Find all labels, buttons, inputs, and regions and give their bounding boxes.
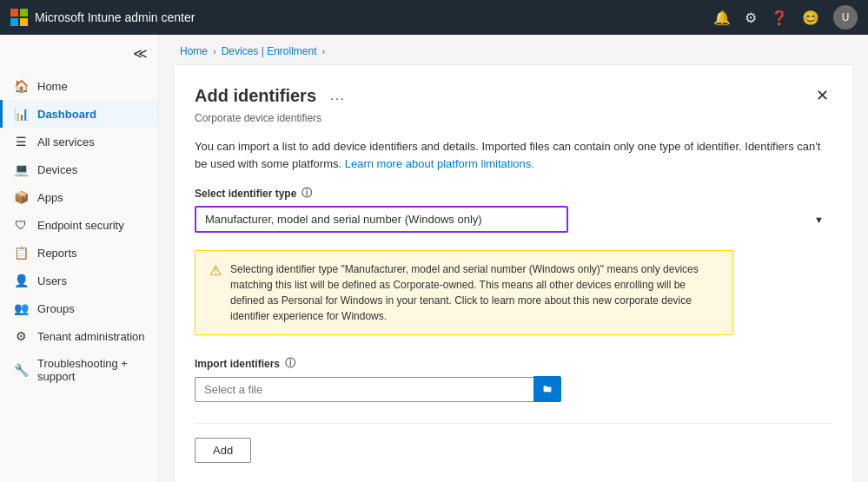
panel-subtitle: Corporate device identifiers bbox=[195, 112, 832, 124]
sidebar-label-tenant-admin: Tenant administration bbox=[37, 330, 145, 343]
apps-icon: 📦 bbox=[13, 190, 29, 204]
sidebar-item-troubleshooting[interactable]: 🔧 Troubleshooting + support bbox=[0, 350, 158, 390]
file-input[interactable] bbox=[195, 377, 533, 402]
sidebar-label-devices: Devices bbox=[37, 163, 77, 176]
sidebar-label-endpoint-security: Endpoint security bbox=[37, 219, 124, 232]
import-identifiers-info-icon[interactable]: ⓘ bbox=[285, 356, 295, 371]
panel-description: You can import a list to add device iden… bbox=[195, 138, 832, 172]
warning-box: ⚠ Selecting identifier type "Manufacture… bbox=[195, 250, 733, 335]
topbar-logo: Microsoft Intune admin center bbox=[10, 9, 706, 26]
svg-rect-1 bbox=[20, 9, 28, 17]
sidebar-item-endpoint-security[interactable]: 🛡 Endpoint security bbox=[0, 211, 158, 239]
all-services-icon: ☰ bbox=[13, 135, 29, 149]
main-layout: ≪ 🏠 Home 📊 Dashboard ☰ All services 💻 De… bbox=[0, 35, 868, 482]
endpoint-security-icon: 🛡 bbox=[13, 218, 29, 232]
panel-header: Add identifiers ... ✕ bbox=[195, 83, 832, 109]
devices-icon: 💻 bbox=[13, 162, 29, 176]
sidebar-item-apps[interactable]: 📦 Apps bbox=[0, 183, 158, 211]
select-chevron-icon: ▼ bbox=[814, 215, 824, 225]
sidebar-label-reports: Reports bbox=[37, 247, 77, 260]
troubleshooting-icon: 🔧 bbox=[13, 363, 29, 377]
panel-more-options-button[interactable]: ... bbox=[323, 89, 353, 102]
learn-more-link[interactable]: Learn more about platform limitations. bbox=[345, 157, 534, 170]
home-icon: 🏠 bbox=[13, 79, 29, 93]
breadcrumb-separator-2: › bbox=[322, 46, 326, 56]
sidebar-label-home: Home bbox=[37, 80, 68, 93]
groups-icon: 👥 bbox=[13, 301, 29, 315]
add-identifiers-panel: Add identifiers ... ✕ Corporate device i… bbox=[173, 64, 854, 482]
select-identifier-label: Select identifier type ⓘ bbox=[195, 186, 832, 201]
panel-close-button[interactable]: ✕ bbox=[812, 83, 832, 109]
warning-text: Selecting identifier type "Manufacturer,… bbox=[230, 261, 719, 324]
file-input-wrapper bbox=[195, 376, 832, 402]
topbar-actions: 🔔 ⚙ ❓ 😊 U bbox=[713, 5, 858, 30]
help-icon[interactable]: ❓ bbox=[771, 10, 788, 26]
sidebar-label-users: Users bbox=[37, 274, 67, 287]
sidebar-label-dashboard: Dashboard bbox=[37, 108, 96, 121]
import-identifiers-label: Import identifiers ⓘ bbox=[195, 356, 832, 371]
panel-title: Add identifiers bbox=[195, 86, 316, 106]
sidebar-label-troubleshooting: Troubleshooting + support bbox=[37, 357, 148, 383]
sidebar-item-groups[interactable]: 👥 Groups bbox=[0, 294, 158, 322]
sidebar-item-users[interactable]: 👤 Users bbox=[0, 267, 158, 294]
users-icon: 👤 bbox=[13, 274, 29, 287]
content-area: Home › Devices | Enrollment › Add identi… bbox=[159, 35, 868, 482]
identifier-type-select[interactable]: Manufacturer, model and serial number (W… bbox=[195, 206, 568, 233]
sidebar-collapse-button[interactable]: ≪ bbox=[129, 42, 151, 65]
file-browse-button[interactable] bbox=[533, 376, 561, 402]
select-identifier-info-icon[interactable]: ⓘ bbox=[301, 186, 312, 201]
sidebar-label-apps: Apps bbox=[37, 191, 63, 204]
panel-divider bbox=[195, 423, 832, 424]
feedback-icon[interactable]: 😊 bbox=[802, 10, 819, 26]
app-title: Microsoft Intune admin center bbox=[35, 10, 195, 24]
sidebar-item-tenant-administration[interactable]: ⚙ Tenant administration bbox=[0, 322, 158, 350]
sidebar-item-home[interactable]: 🏠 Home bbox=[0, 72, 158, 100]
dashboard-icon: 📊 bbox=[13, 107, 29, 121]
sidebar-collapse: ≪ bbox=[0, 35, 158, 72]
sidebar-item-reports[interactable]: 📋 Reports bbox=[0, 239, 158, 267]
breadcrumb: Home › Devices | Enrollment › bbox=[159, 35, 868, 64]
sidebar-item-devices[interactable]: 💻 Devices bbox=[0, 155, 158, 183]
svg-rect-0 bbox=[10, 9, 18, 17]
breadcrumb-devices-enrollment[interactable]: Devices | Enrollment bbox=[222, 45, 317, 57]
sidebar-item-dashboard[interactable]: 📊 Dashboard bbox=[0, 100, 158, 128]
settings-icon[interactable]: ⚙ bbox=[745, 10, 757, 26]
breadcrumb-home[interactable]: Home bbox=[180, 45, 208, 57]
breadcrumb-separator-1: › bbox=[213, 46, 216, 56]
sidebar-label-groups: Groups bbox=[37, 302, 75, 315]
folder-icon bbox=[543, 382, 552, 396]
user-avatar[interactable]: U bbox=[833, 5, 858, 30]
svg-rect-2 bbox=[10, 18, 18, 26]
svg-rect-3 bbox=[20, 18, 28, 26]
tenant-admin-icon: ⚙ bbox=[13, 329, 29, 343]
reports-icon: 📋 bbox=[13, 246, 29, 260]
add-button[interactable]: Add bbox=[195, 438, 251, 463]
notification-icon[interactable]: 🔔 bbox=[713, 10, 731, 26]
warning-icon: ⚠ bbox=[209, 262, 222, 324]
topbar: Microsoft Intune admin center 🔔 ⚙ ❓ 😊 U bbox=[0, 0, 868, 35]
sidebar-label-all-services: All services bbox=[37, 135, 95, 149]
microsoft-logo-icon bbox=[10, 9, 28, 26]
select-identifier-wrapper: Manufacturer, model and serial number (W… bbox=[195, 206, 832, 233]
sidebar: ≪ 🏠 Home 📊 Dashboard ☰ All services 💻 De… bbox=[0, 35, 159, 482]
sidebar-item-all-services[interactable]: ☰ All services bbox=[0, 128, 158, 155]
